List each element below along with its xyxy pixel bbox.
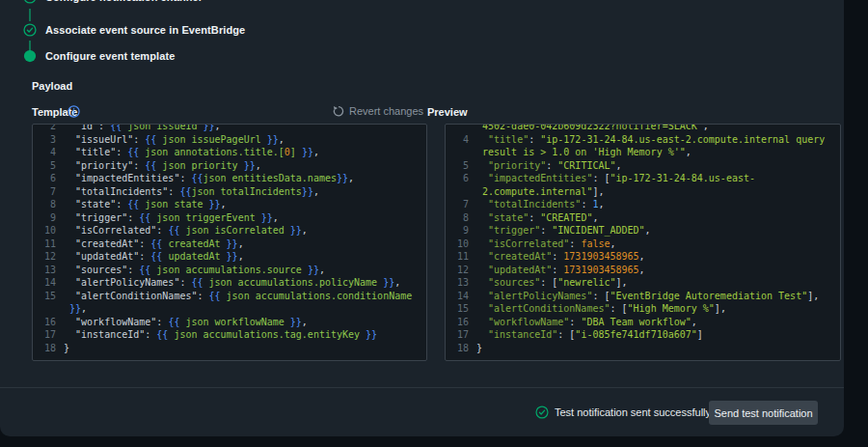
revert-changes-button[interactable]: Revert changes — [333, 105, 423, 117]
line-number: 4 — [448, 133, 469, 147]
code-line: 15 "alertConditionNames": {{ json accumu… — [35, 290, 426, 303]
line-number: 18 — [35, 342, 56, 355]
workflow-card: Configure notification channel Associate… — [0, 0, 844, 436]
success-check-circle-icon — [535, 405, 549, 419]
code-line: result is > 1.0 on 'High Memory %'", — [448, 146, 840, 159]
code-line: 17 "instanceId": ["i-085fe741df710a607"] — [448, 328, 840, 342]
status-text: Test notification sent successfully. — [555, 406, 713, 418]
line-number: 7 — [35, 185, 56, 199]
line-number: 17 — [35, 328, 56, 342]
code-line: 9 "trigger": {{ json triggerEvent }}, — [35, 211, 426, 225]
code-line: 6 "impactedEntities": ["ip-172-31-24-84.… — [448, 172, 840, 185]
line-number: 6 — [448, 172, 469, 185]
code-line: 16 "workflowName": "DBA Team workflow", — [448, 316, 840, 329]
line-number: 11 — [448, 250, 469, 264]
line-number: 10 — [35, 224, 56, 237]
code-line: 12 "updatedAt": {{ updatedAt }}, — [35, 250, 426, 264]
code-line: 8 "state": {{ json state }}, — [35, 198, 426, 211]
code-line: 18} — [448, 342, 840, 355]
code-line: 2.compute.internal"], — [448, 185, 840, 199]
code-line: 3 "issueUrl": {{ json issuePageUrl }}, — [35, 133, 426, 147]
code-line: 14 "alertPolicyNames": {{ json accumulat… — [35, 276, 426, 290]
line-number: 3 — [35, 133, 56, 147]
code-line: 4 "title": "ip-172-31-24-84.us-east-2.co… — [448, 133, 840, 147]
line-number: 6 — [35, 172, 56, 185]
line-number: 14 — [35, 276, 56, 290]
code-line: 5 "priority": "CRITICAL", — [448, 159, 840, 173]
line-number: 14 — [448, 290, 469, 303]
check-circle-icon — [23, 0, 37, 4]
filled-circle-icon — [23, 49, 37, 63]
code-line: 15 "alertConditionNames": ["High Memory … — [448, 302, 840, 316]
line-number: 13 — [448, 276, 469, 290]
line-number: 9 — [35, 211, 56, 225]
preview-label: Preview — [427, 106, 468, 118]
line-number — [448, 185, 469, 199]
line-number: 15 — [448, 302, 469, 316]
code-line: 8 "state": "CREATED", — [448, 211, 840, 225]
step-connector — [29, 9, 31, 21]
line-number: 7 — [448, 198, 469, 211]
info-icon[interactable] — [68, 105, 80, 118]
line-number: 5 — [35, 159, 56, 173]
preview-code-panel[interactable]: 4502-dae0-042b609d2322?notifier=SLACK",4… — [445, 124, 841, 361]
code-line: 17 "instanceId": {{ json accumulations.t… — [35, 328, 426, 342]
step-configure-notification-channel[interactable]: Configure notification channel — [23, 0, 202, 4]
send-test-notification-button[interactable]: Send test notification — [709, 401, 818, 425]
code-line: 13 "sources": {{ json accumulations.sour… — [35, 264, 426, 277]
footer-divider — [0, 387, 844, 388]
code-line: 10 "isCorrelated": false, — [448, 237, 840, 251]
line-number: 5 — [448, 159, 469, 173]
code-line: 13 "sources": ["newrelic"], — [448, 276, 840, 290]
code-line: 6 "impactedEntities": {{json entitiesDat… — [35, 172, 426, 185]
template-code-editor[interactable]: 2 "id": {{ json issueId }},3 "issueUrl":… — [32, 124, 427, 361]
step-associate-event-source[interactable]: Associate event source in EventBridge — [23, 23, 245, 37]
preview-code-content: 4502-dae0-042b609d2322?notifier=SLACK",4… — [446, 124, 840, 354]
code-line: 10 "isCorrelated": {{ json isCorrelated … — [35, 224, 426, 237]
line-number: 15 — [35, 290, 56, 303]
template-code-content: 2 "id": {{ json issueId }},3 "issueUrl":… — [33, 124, 426, 354]
code-line: 7 "totalIncidents": {{json totalIncident… — [35, 185, 426, 199]
code-line: 11 "createdAt": {{ createdAt }}, — [35, 237, 426, 251]
line-number: 8 — [448, 211, 469, 225]
step-label: Configure event template — [45, 50, 175, 62]
code-line: 5 "priority": {{ json priority }}, — [35, 159, 426, 173]
line-number: 8 — [35, 198, 56, 211]
code-line: 11 "createdAt": 1731903458965, — [448, 250, 840, 264]
code-line: 4502-dae0-042b609d2322?notifier=SLACK", — [448, 124, 840, 133]
line-number: 12 — [35, 250, 56, 264]
code-line: 9 "trigger": "INCIDENT_ADDED", — [448, 224, 840, 237]
code-line: }}, — [35, 302, 426, 316]
revert-changes-label: Revert changes — [349, 105, 423, 117]
line-number: 2 — [35, 124, 56, 133]
check-circle-icon — [23, 23, 37, 37]
line-number: 10 — [448, 237, 469, 251]
line-number — [448, 124, 469, 133]
line-number: 12 — [448, 264, 469, 277]
line-number: 16 — [35, 316, 56, 329]
test-notification-status: Test notification sent successfully. — [535, 405, 713, 419]
line-number: 16 — [448, 316, 469, 329]
payload-heading: Payload — [32, 80, 72, 92]
line-number: 4 — [35, 146, 56, 159]
code-line: 4 "title": {{ json annotations.title.[0]… — [35, 146, 426, 159]
code-line: 16 "workflowName": {{ json workflowName … — [35, 316, 426, 329]
workflow-config-screen: Configure notification channel Associate… — [0, 0, 868, 447]
line-number — [35, 302, 56, 316]
line-number: 9 — [448, 224, 469, 237]
step-label: Associate event source in EventBridge — [45, 24, 245, 36]
code-line: 18} — [35, 342, 426, 355]
code-line: 2 "id": {{ json issueId }}, — [35, 124, 426, 133]
line-number — [448, 146, 469, 159]
line-number: 13 — [35, 264, 56, 277]
undo-icon — [333, 105, 344, 117]
code-line: 14 "alertPolicyNames": ["EventBridge Aut… — [448, 290, 840, 303]
code-line: 12 "updatedAt": 1731903458965, — [448, 264, 840, 277]
code-line: 7 "totalIncidents": 1, — [448, 198, 840, 211]
line-number: 18 — [448, 342, 469, 355]
line-number: 17 — [448, 328, 469, 342]
step-configure-event-template[interactable]: Configure event template — [23, 49, 175, 63]
step-label: Configure notification channel — [45, 0, 202, 3]
line-number: 11 — [35, 237, 56, 251]
